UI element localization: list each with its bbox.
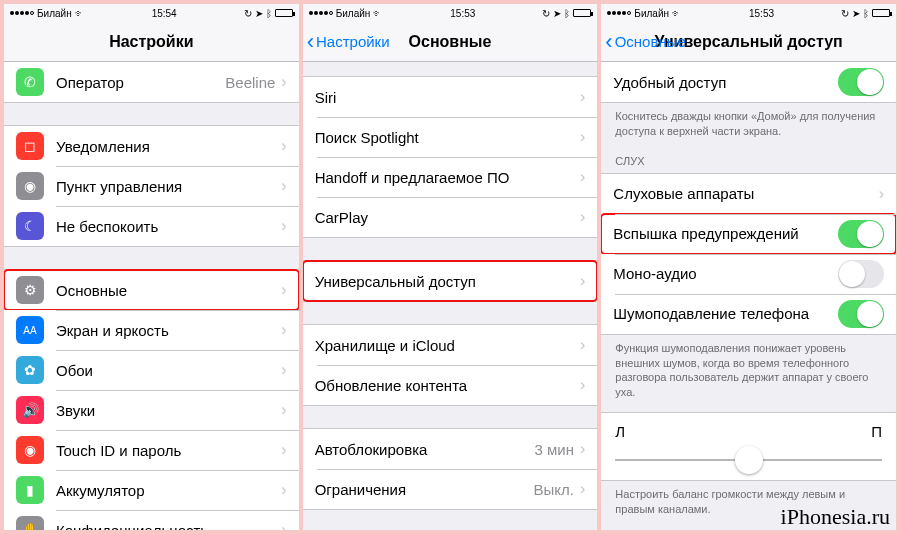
settings-row[interactable]: Siri› [303,77,598,117]
row-label: Основные [56,282,281,299]
wifi-icon: ᯤ [373,8,383,19]
settings-row[interactable]: ✿Обои› [4,350,299,390]
row-label: Вспышка предупреждений [613,225,838,242]
balance-slider[interactable] [615,446,882,474]
signal-dots [607,11,631,15]
carrier-label: Билайн [336,8,371,19]
row-icon: ✿ [16,356,44,384]
balance-right-label: П [871,423,882,440]
settings-row[interactable]: ◉Пункт управления› [4,166,299,206]
chevron-right-icon: › [281,401,286,419]
settings-row[interactable]: Шумоподавление телефона [601,294,896,334]
settings-row[interactable]: CarPlay› [303,197,598,237]
toggle-switch[interactable] [838,300,884,328]
signal-dots [309,11,333,15]
row-icon: ☾ [16,212,44,240]
row-label: Звуки [56,402,281,419]
settings-row[interactable]: ✋Конфиденциальность› [4,510,299,530]
chevron-right-icon: › [580,88,585,106]
row-label: Автоблокировка [315,441,535,458]
row-label: Siri [315,89,580,106]
wifi-icon: ᯤ [672,8,682,19]
settings-row[interactable]: ▮Аккумулятор› [4,470,299,510]
row-label: CarPlay [315,209,580,226]
settings-row[interactable]: Обновление контента› [303,365,598,405]
chevron-right-icon: › [580,128,585,146]
row-label: Не беспокоить [56,218,281,235]
back-button[interactable]: ‹Настройки [303,33,390,50]
settings-row[interactable]: Handoff и предлагаемое ПО› [303,157,598,197]
battery-icon [275,9,293,17]
chevron-right-icon: › [281,137,286,155]
bluetooth-icon: ᛒ [564,8,570,19]
switch-reachability[interactable] [838,68,884,96]
balance-slider-row: Л П [601,413,896,480]
carrier-label: Билайн [634,8,669,19]
screen-settings: Билайн ᯤ 15:54 ↻ ➤ ᛒ Настройки ✆ Операто… [4,4,299,530]
row-label: Уведомления [56,138,281,155]
row-icon: AA [16,316,44,344]
row-label: Слуховые аппараты [613,185,878,202]
row-operator[interactable]: ✆ Оператор Beeline › [4,62,299,102]
page-title: Настройки [4,33,299,51]
settings-row[interactable]: Автоблокировка3 мин› [303,429,598,469]
settings-row[interactable]: AAЭкран и яркость› [4,310,299,350]
chevron-right-icon: › [281,177,286,195]
screen-general: Билайн ᯤ 15:53 ↻ ➤ ᛒ ‹Настройки Основные… [303,4,598,530]
chevron-right-icon: › [281,481,286,499]
row-label: Поиск Spotlight [315,129,580,146]
row-icon: ◉ [16,172,44,200]
location-icon: ➤ [852,8,860,19]
row-label: Handoff и предлагаемое ПО [315,169,580,186]
balance-left-label: Л [615,423,625,440]
row-label: Хранилище и iCloud [315,337,580,354]
settings-row[interactable]: ОграниченияВыкл.› [303,469,598,509]
footer-reachability: Коснитесь дважды кнопки «Домой» для полу… [601,103,896,141]
nav-bar: Настройки [4,22,299,62]
chevron-right-icon: › [281,521,286,530]
settings-row[interactable]: Моно-аудио [601,254,896,294]
row-label: Конфиденциальность [56,522,281,531]
settings-row[interactable]: 🔊Звуки› [4,390,299,430]
row-label: Touch ID и пароль [56,442,281,459]
chevron-right-icon: › [281,281,286,299]
settings-row[interactable]: ◉Touch ID и пароль› [4,430,299,470]
status-bar: Билайн ᯤ 15:53 ↻ ➤ ᛒ [601,4,896,22]
settings-row[interactable]: Хранилище и iCloud› [303,325,598,365]
chevron-right-icon: › [879,185,884,203]
settings-row[interactable]: Универсальный доступ› [303,261,598,301]
settings-row[interactable]: Поиск Spotlight› [303,117,598,157]
row-label: Моно-аудио [613,265,838,282]
settings-row[interactable]: Слуховые аппараты› [601,174,896,214]
toggle-switch[interactable] [838,220,884,248]
chevron-right-icon: › [580,376,585,394]
settings-row[interactable]: ⚙Основные› [4,270,299,310]
chevron-right-icon: › [580,336,585,354]
settings-row[interactable]: ☾Не беспокоить› [4,206,299,246]
settings-row[interactable]: ◻Уведомления› [4,126,299,166]
chevron-right-icon: › [281,361,286,379]
chevron-right-icon: › [580,168,585,186]
chevron-right-icon: › [580,272,585,290]
row-label: Универсальный доступ [315,273,580,290]
wifi-icon: ᯤ [75,8,85,19]
row-label: Экран и яркость [56,322,281,339]
chevron-right-icon: › [281,217,286,235]
row-reachability[interactable]: Удобный доступ [601,62,896,102]
nav-bar: ‹Настройки Основные [303,22,598,62]
bluetooth-icon: ᛒ [863,8,869,19]
row-icon: ◉ [16,436,44,464]
bluetooth-icon: ᛒ [266,8,272,19]
settings-row[interactable]: Вспышка предупреждений [601,214,896,254]
row-detail: 3 мин [535,441,575,458]
row-label: Обновление контента [315,377,580,394]
battery-icon [573,9,591,17]
sync-icon: ↻ [244,8,252,19]
back-button[interactable]: ‹Основные [601,33,686,50]
toggle-switch[interactable] [838,260,884,288]
row-label: Обои [56,362,281,379]
header-hearing: СЛУХ [601,141,896,173]
row-detail: Выкл. [534,481,574,498]
sync-icon: ↻ [542,8,550,19]
status-time: 15:53 [450,8,475,19]
